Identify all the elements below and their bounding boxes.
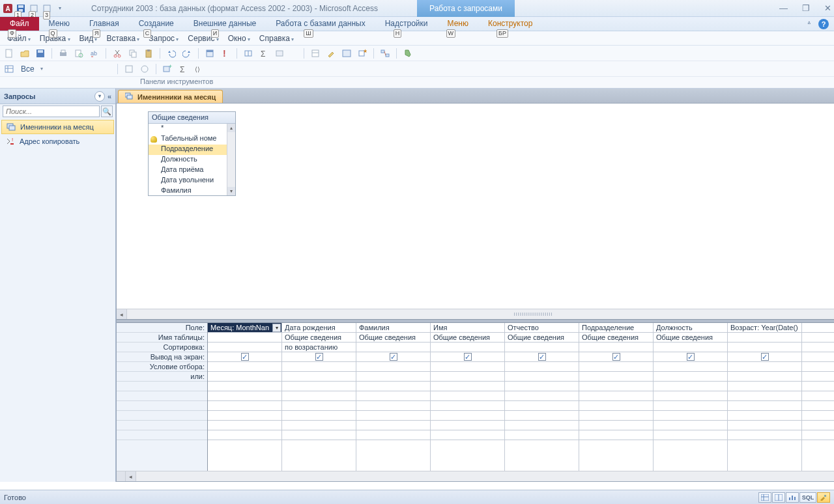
save-icon-tb[interactable]: [35, 48, 46, 59]
cell-show[interactable]: [728, 352, 801, 362]
cell-blank[interactable]: [431, 362, 504, 372]
search-input[interactable]: [3, 105, 100, 117]
cell-blank[interactable]: [505, 421, 579, 430]
tab-menu[interactable]: МенюQ: [39, 17, 79, 31]
cell-sort[interactable]: [431, 343, 504, 352]
cell-blank[interactable]: [728, 372, 801, 382]
cell-blank[interactable]: [431, 391, 504, 401]
menu-help[interactable]: Справка: [255, 33, 298, 44]
minimize-button[interactable]: —: [779, 3, 788, 13]
cell-blank[interactable]: [431, 430, 504, 440]
cell-sort[interactable]: по возрастанию: [282, 343, 356, 352]
cell-blank[interactable]: [505, 382, 579, 391]
redo-icon[interactable]: [181, 48, 193, 59]
format-icon[interactable]: [402, 48, 414, 59]
copy-icon[interactable]: [127, 48, 139, 59]
field-item[interactable]: Дата увольнени: [149, 176, 235, 186]
tb-misc1[interactable]: [123, 63, 135, 75]
view-chart-button[interactable]: [786, 492, 799, 503]
splitter-grip[interactable]: [127, 309, 834, 319]
upper-hscroll[interactable]: ◂ ▸: [117, 309, 834, 319]
cell-show[interactable]: [431, 352, 504, 362]
cell-blank[interactable]: [579, 411, 653, 421]
checkbox[interactable]: [761, 353, 769, 361]
cell-blank[interactable]: [208, 372, 281, 382]
row-selector[interactable]: [117, 471, 126, 481]
cell-blank[interactable]: [728, 382, 801, 391]
cell-blank[interactable]: [208, 430, 281, 440]
cell-show[interactable]: [654, 352, 727, 362]
dbwin-icon[interactable]: [341, 48, 352, 59]
table-box-title[interactable]: Общие сведения: [149, 112, 235, 124]
doc-tab-active[interactable]: Именинники на месяц: [118, 90, 223, 103]
cell-show[interactable]: [208, 352, 281, 362]
tablebox-scrollbar[interactable]: ▴▾: [227, 124, 235, 195]
cell-blank[interactable]: [654, 411, 727, 421]
cell-blank[interactable]: [802, 401, 834, 411]
cell-field[interactable]: Отчество: [505, 323, 579, 333]
menu-insert[interactable]: Вставка: [102, 33, 143, 44]
cell-blank[interactable]: [282, 382, 356, 391]
tab-home[interactable]: ГлавнаяЯ: [79, 17, 129, 31]
help-icon[interactable]: ?: [818, 19, 829, 29]
table-box[interactable]: Общие сведения * Табельный номе Подразде…: [148, 111, 236, 196]
cell-sort[interactable]: [505, 343, 579, 352]
cell-blank[interactable]: [356, 430, 430, 440]
cell-blank[interactable]: [728, 362, 801, 372]
cell-blank[interactable]: [802, 411, 834, 421]
cell-blank[interactable]: [728, 411, 801, 421]
cell-blank[interactable]: [208, 401, 281, 411]
checkbox[interactable]: [538, 353, 546, 361]
cell-blank[interactable]: [802, 352, 834, 362]
tab-design[interactable]: КонструкторБР: [478, 17, 542, 31]
cell-blank[interactable]: [579, 430, 653, 440]
cell-blank[interactable]: [728, 430, 801, 440]
cell-blank[interactable]: [431, 411, 504, 421]
field-key[interactable]: Табельный номе: [149, 134, 235, 145]
cell-sort[interactable]: [579, 343, 653, 352]
checkbox[interactable]: [315, 353, 323, 361]
qat-dropdown-icon[interactable]: ▾: [55, 3, 65, 14]
cell-blank[interactable]: [282, 362, 356, 372]
field-item[interactable]: Фамилия: [149, 186, 235, 197]
cell-blank[interactable]: [282, 411, 356, 421]
cell-blank[interactable]: [505, 411, 579, 421]
builder-icon[interactable]: [325, 48, 337, 59]
ribbon-minimize-icon[interactable]: ᐞ: [807, 20, 811, 27]
cell-blank[interactable]: [282, 401, 356, 411]
cell-table[interactable]: Общие сведения: [282, 333, 356, 343]
checkbox[interactable]: [390, 353, 397, 361]
print-icon[interactable]: [57, 48, 69, 59]
tab-database[interactable]: Работа с базами данныхШ: [266, 17, 375, 31]
cell-blank[interactable]: [356, 401, 430, 411]
cell-blank[interactable]: [802, 323, 834, 333]
preview-icon[interactable]: [73, 48, 85, 59]
cell-blank[interactable]: [654, 382, 727, 391]
cell-show[interactable]: [505, 352, 579, 362]
cell-blank[interactable]: [356, 421, 430, 430]
cell-blank[interactable]: [579, 362, 653, 372]
tab-menu-ctx[interactable]: МенюW: [438, 17, 478, 31]
cell-blank[interactable]: [208, 362, 281, 372]
cell-blank[interactable]: [654, 372, 727, 382]
view-sql-button[interactable]: SQL: [799, 492, 816, 503]
totals-icon[interactable]: Σ: [258, 48, 270, 59]
cell-blank[interactable]: [654, 430, 727, 440]
search-icon[interactable]: 🔍: [101, 105, 113, 117]
close-button[interactable]: ✕: [824, 3, 831, 13]
cell-sort[interactable]: [728, 343, 801, 352]
cell-blank[interactable]: [802, 421, 834, 430]
open-icon[interactable]: [19, 48, 31, 59]
scroll-up-icon[interactable]: ▴: [227, 124, 235, 132]
cell-blank[interactable]: [579, 391, 653, 401]
cell-blank[interactable]: [431, 401, 504, 411]
cell-blank[interactable]: [208, 411, 281, 421]
nav-item-query-1[interactable]: Именинники на месяц: [1, 120, 114, 134]
cell-blank[interactable]: [802, 382, 834, 391]
cell-show[interactable]: [282, 352, 356, 362]
topvalues-icon[interactable]: [274, 48, 285, 59]
cell-blank[interactable]: [579, 382, 653, 391]
cell-blank[interactable]: [802, 362, 834, 372]
cell-blank[interactable]: [802, 333, 834, 343]
newobj-icon[interactable]: ★: [356, 48, 368, 59]
